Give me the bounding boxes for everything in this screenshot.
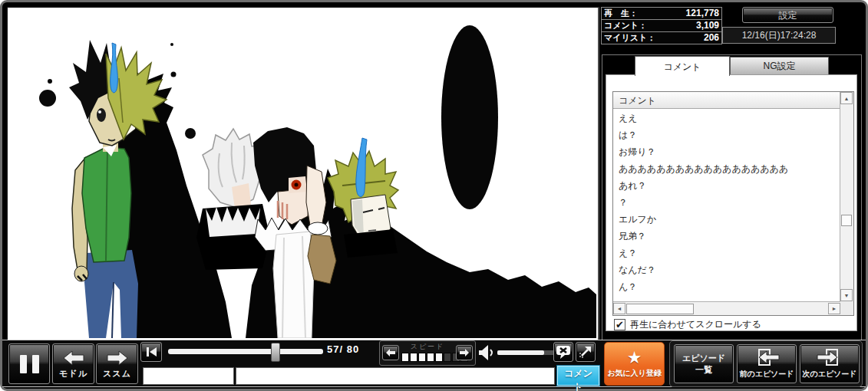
speed-segment bbox=[418, 353, 426, 362]
comment-row[interactable]: お帰り？ bbox=[613, 143, 840, 160]
episode-list-label-1: エピソード bbox=[682, 353, 725, 364]
speed-down-button[interactable] bbox=[382, 345, 399, 360]
episode-list-button[interactable]: エピソード 一覧 bbox=[674, 344, 734, 383]
tab-ng-settings[interactable]: NG設定 bbox=[730, 57, 829, 75]
speaker-icon bbox=[478, 344, 495, 361]
ink-dot bbox=[171, 72, 177, 77]
comment-row[interactable]: ええ bbox=[613, 110, 840, 127]
black-ellipse bbox=[441, 25, 498, 209]
prev-episode-button[interactable]: 前のエピソード bbox=[737, 344, 797, 383]
ink-dot bbox=[185, 128, 196, 139]
back-label: モドル bbox=[59, 368, 87, 380]
favorite-label: お気に入り登録 bbox=[607, 368, 662, 379]
player-window: 再 生： 121,778 コメント： 3,109 マイリスト： 206 設定 1… bbox=[0, 0, 868, 391]
comment-panel: コメント ええは？お帰り？あああああああああああああああああああれ？？エルフか兄… bbox=[606, 74, 857, 331]
speed-down-icon bbox=[385, 348, 396, 357]
skip-to-start-button[interactable] bbox=[140, 342, 162, 362]
comment-row[interactable]: は？ bbox=[613, 127, 840, 143]
char3-robe bbox=[273, 232, 314, 338]
speed-segment bbox=[401, 353, 409, 362]
volume-button[interactable] bbox=[478, 344, 495, 364]
stat-row-mylist: マイリスト： 206 bbox=[602, 32, 721, 44]
comment-row[interactable]: ん？ bbox=[613, 278, 840, 295]
prev-episode-label: 前のエピソード bbox=[739, 369, 794, 380]
comments-value: 3,109 bbox=[647, 20, 719, 31]
speed-segment bbox=[410, 353, 417, 362]
next-episode-button[interactable]: 次のエピソード bbox=[800, 344, 860, 383]
ink-dot bbox=[48, 79, 52, 84]
stats-table: 再 生： 121,778 コメント： 3,109 マイリスト： 206 bbox=[601, 7, 722, 44]
scroll-down-icon[interactable]: ▼ bbox=[840, 289, 853, 301]
speed-segment bbox=[444, 353, 451, 362]
star-icon: ★ bbox=[627, 350, 642, 366]
views-value: 121,778 bbox=[638, 8, 719, 19]
vertical-scroll-thumb[interactable] bbox=[841, 215, 852, 226]
ink-dot bbox=[170, 43, 173, 46]
char2-face bbox=[232, 183, 251, 209]
scrollbar-corner bbox=[840, 301, 853, 315]
forward-label: ススム bbox=[103, 368, 131, 380]
mylist-label: マイリスト： bbox=[604, 32, 655, 44]
comment-row[interactable]: エルフか bbox=[613, 211, 840, 228]
settings-button[interactable]: 設定 bbox=[742, 7, 833, 23]
comment-submit-button[interactable]: コメント bbox=[557, 366, 599, 386]
autoscroll-row: ✔ 再生に合わせてスクロールする bbox=[614, 318, 761, 331]
stat-row-views: 再 生： 121,778 bbox=[602, 8, 721, 20]
comment-toggle-button[interactable] bbox=[553, 342, 573, 362]
video-area[interactable] bbox=[7, 7, 599, 340]
comment-row[interactable]: ああああああああああああああああああ bbox=[613, 160, 840, 177]
comment-row[interactable]: あれ？ bbox=[613, 177, 840, 194]
tab-comment[interactable]: コメント bbox=[635, 56, 730, 76]
prev-episode-icon bbox=[753, 348, 781, 368]
comment-list-header: コメント bbox=[613, 92, 840, 109]
stat-row-comments: コメント： 3,109 bbox=[602, 20, 721, 32]
datetime-display: 12/16(日)17:24:28 bbox=[722, 27, 836, 44]
speed-segment bbox=[427, 353, 434, 362]
forward-arrow-icon bbox=[105, 349, 130, 367]
page-counter: 57/ 80 bbox=[327, 343, 378, 355]
seek-thumb[interactable] bbox=[271, 343, 280, 362]
autoscroll-label: 再生に合わせてスクロールする bbox=[630, 318, 761, 331]
speed-up-icon bbox=[459, 348, 470, 357]
speed-control: スピード bbox=[379, 340, 476, 366]
back-button[interactable]: モドル bbox=[52, 343, 94, 384]
autoscroll-checkbox[interactable]: ✔ bbox=[614, 319, 625, 330]
pause-icon bbox=[20, 355, 39, 373]
vertical-scrollbar[interactable]: ▲ ▼ bbox=[840, 92, 853, 301]
comments-label: コメント： bbox=[604, 20, 647, 31]
comment-row[interactable]: 兄弟？ bbox=[613, 228, 840, 245]
mylist-value: 206 bbox=[655, 32, 719, 44]
scroll-up-icon[interactable]: ▲ bbox=[840, 92, 853, 104]
comment-input[interactable] bbox=[236, 367, 555, 385]
speed-segment bbox=[435, 353, 443, 362]
next-episode-icon bbox=[816, 348, 843, 368]
favorite-button[interactable]: ★ お気に入り登録 bbox=[604, 342, 665, 386]
char1-eye bbox=[97, 108, 106, 122]
volume-fill bbox=[497, 350, 544, 355]
next-episode-label: 次のエピソード bbox=[802, 369, 856, 380]
comment-listview: コメント ええは？お帰り？あああああああああああああああああああれ？？エルフか兄… bbox=[612, 91, 854, 316]
comment-rows: ええは？お帰り？あああああああああああああああああああれ？？エルフか兄弟？え？な… bbox=[613, 110, 840, 301]
scroll-left-icon[interactable]: ◄ bbox=[613, 303, 625, 314]
horizontal-scrollbar[interactable]: ◄ ► bbox=[613, 301, 840, 315]
comment-row[interactable]: え？ bbox=[613, 245, 840, 261]
back-arrow-icon bbox=[61, 349, 86, 367]
ink-dot bbox=[39, 90, 56, 107]
command-input[interactable] bbox=[143, 367, 234, 385]
fullscreen-icon bbox=[578, 344, 593, 360]
views-label: 再 生： bbox=[604, 8, 638, 19]
speed-up-button[interactable] bbox=[456, 345, 473, 360]
seek-track[interactable] bbox=[168, 349, 323, 354]
horizontal-scroll-thumb[interactable] bbox=[626, 304, 694, 314]
episode-list-label-2: 一覧 bbox=[695, 364, 712, 376]
comment-row[interactable]: ？ bbox=[613, 194, 840, 211]
scroll-right-icon[interactable]: ► bbox=[828, 303, 840, 314]
skip-start-icon bbox=[145, 347, 157, 357]
video-frame-illustration bbox=[8, 8, 596, 338]
forward-button[interactable]: ススム bbox=[96, 343, 138, 384]
pause-button[interactable] bbox=[8, 343, 50, 384]
comment-row[interactable]: なんだ？ bbox=[613, 261, 840, 278]
fullscreen-button[interactable] bbox=[576, 342, 596, 362]
comment-toggle-icon bbox=[556, 344, 571, 360]
